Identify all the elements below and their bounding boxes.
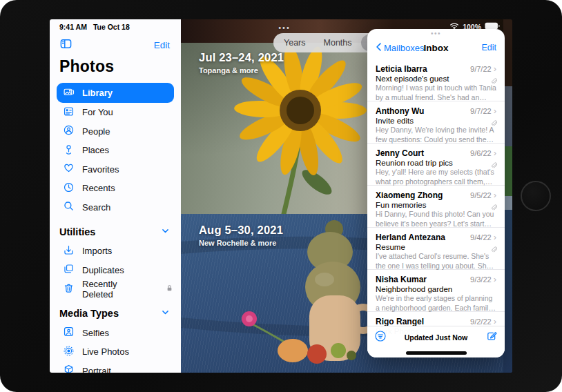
photos-sidebar: 9:41 AM Tue Oct 18 Edit Photos [50, 19, 181, 373]
email-subject: Fun memories [376, 201, 496, 209]
email-preview: Hey, y'all! Here are my selects (that's … [376, 168, 496, 186]
mailboxes-back-button[interactable]: Mailboxes [376, 42, 425, 54]
imports-icon [63, 244, 75, 258]
email-preview: We're in the early stages of planning a … [376, 294, 496, 313]
mail-edit-button[interactable]: Edit [481, 43, 496, 52]
photos-edit-button[interactable]: Edit [154, 40, 170, 50]
status-bar-left: 9:41 AM Tue Oct 18 [50, 19, 181, 31]
sidebar-item-label: Selfies [82, 328, 109, 338]
tab-months[interactable]: Months [315, 35, 361, 51]
sidebar-item-duplicates[interactable]: Duplicates [50, 261, 181, 280]
status-time: 9:41 AM [59, 23, 87, 31]
email-preview: Hey Danny, We're loving the invite! A fe… [376, 126, 496, 144]
screen: 9:41 AM Tue Oct 18 Edit Photos [50, 19, 512, 373]
sidebar-item-imports[interactable]: Imports [50, 242, 181, 261]
sidebar-toggle-icon[interactable] [59, 37, 72, 53]
email-sender: Nisha Kumar [376, 275, 470, 284]
trash-icon [63, 282, 75, 296]
email-row[interactable]: Herland Antezana9/4/22› Resume I've atta… [367, 228, 505, 270]
email-list: Leticia Ibarra9/7/22› Next episode's gue… [367, 59, 505, 357]
paperclip-icon [490, 244, 497, 256]
portrait-icon [63, 364, 75, 373]
sidebar-item-label: People [82, 126, 110, 137]
sidebar-item-recents[interactable]: Recents [50, 179, 181, 198]
section-header-utilities[interactable]: Utilities [50, 222, 181, 242]
mail-bottom-area [367, 349, 505, 357]
section-caption: Jul 23–24, 2021 Topanga & more [199, 51, 284, 75]
email-preview: Hi Danny, Found this photo! Can you beli… [376, 210, 496, 228]
sidebar-item-label: Imports [82, 246, 112, 256]
duplicates-icon [63, 263, 75, 277]
tab-years[interactable]: Years [275, 35, 315, 51]
email-row[interactable]: Jenny Court9/6/22› Reunion road trip pic… [367, 144, 505, 186]
sidebar-item-label: Recents [82, 183, 115, 193]
mail-drag-handle[interactable]: ••• [367, 29, 505, 38]
chevron-down-icon[interactable] [161, 308, 170, 319]
compose-icon[interactable] [485, 330, 498, 345]
mail-status-text: Updated Just Now [387, 333, 485, 342]
sidebar-item-label: Duplicates [82, 265, 124, 275]
section-location: Topanga & more [199, 66, 284, 75]
sidebar-item-places[interactable]: Places [50, 141, 181, 160]
favorites-icon [63, 162, 75, 176]
people-icon [63, 124, 75, 138]
library-icon [63, 86, 75, 100]
section-header-media-types[interactable]: Media Types [50, 304, 181, 324]
ipad-device: 9:41 AM Tue Oct 18 Edit Photos [0, 0, 562, 392]
lock-icon [165, 284, 174, 295]
email-row[interactable]: Anthony Wu9/7/22› Invite edits Hey Danny… [367, 101, 505, 144]
filter-icon[interactable] [374, 330, 387, 345]
live-photos-icon [63, 345, 75, 359]
chevron-right-icon: › [494, 148, 496, 157]
email-date: 9/4/22 [470, 233, 492, 242]
email-sender: Leticia Ibarra [376, 64, 470, 74]
sidebar-item-label: Live Photos [82, 346, 129, 357]
sidebar-item-live-photos[interactable]: Live Photos [50, 342, 181, 362]
ipad-frame: 9:41 AM Tue Oct 18 Edit Photos [0, 0, 562, 392]
sidebar-item-people[interactable]: People [50, 122, 181, 141]
email-sender: Rigo Rangel [376, 317, 470, 326]
mailbox-title: Inbox [424, 43, 449, 53]
status-date: Tue Oct 18 [93, 23, 130, 31]
sidebar-item-recently-deleted[interactable]: Recently Deleted [50, 280, 181, 299]
slideover-resize-handle[interactable] [406, 351, 467, 355]
sidebar-item-label: Places [82, 145, 109, 155]
email-date: 9/3/22 [470, 275, 492, 284]
chevron-down-icon[interactable] [161, 226, 170, 237]
sidebar-item-favorites[interactable]: Favorites [50, 160, 181, 179]
chevron-right-icon: › [494, 317, 496, 326]
for-you-icon [63, 106, 75, 119]
paperclip-icon [490, 75, 497, 88]
search-icon [63, 200, 75, 214]
email-date: 9/2/22 [470, 317, 492, 326]
app-drag-handle[interactable]: ••• [271, 23, 298, 32]
email-date: 9/7/22 [470, 65, 492, 73]
email-date: 9/6/22 [470, 149, 492, 157]
sidebar-item-portrait[interactable]: Portrait [50, 362, 181, 373]
paperclip-icon [490, 202, 497, 214]
page-title: Photos [50, 52, 181, 83]
email-sender: Xiaomeng Zhong [376, 190, 470, 200]
sidebar-item-selfies[interactable]: Selfies [50, 324, 181, 343]
sidebar-item-label: Search [82, 202, 110, 213]
email-subject: Resume [376, 243, 496, 251]
email-date: 9/7/22 [470, 107, 492, 115]
email-row[interactable]: Xiaomeng Zhong9/5/22› Fun memories Hi Da… [367, 186, 505, 228]
sidebar-item-label: Recently Deleted [82, 279, 150, 300]
sidebar-item-label: Favorites [82, 164, 119, 175]
sidebar-item-for-you[interactable]: For You [50, 103, 181, 122]
paperclip-icon [490, 117, 497, 130]
email-preview: I've attached Carol's resume. She's the … [376, 252, 496, 271]
email-row[interactable]: Nisha Kumar9/3/22› Neighborhood garden W… [367, 270, 505, 312]
places-icon [63, 144, 75, 157]
email-sender: Jenny Court [376, 148, 470, 158]
email-row[interactable]: Leticia Ibarra9/7/22› Next episode's gue… [367, 59, 505, 101]
selfies-icon [63, 326, 75, 340]
mail-toolbar: Updated Just Now [367, 326, 505, 349]
recents-icon [63, 182, 75, 195]
sidebar-item-library[interactable]: Library [57, 83, 174, 103]
home-button[interactable] [521, 181, 551, 211]
email-subject: Invite edits [376, 117, 496, 125]
sidebar-item-search[interactable]: Search [50, 198, 181, 217]
chevron-right-icon: › [494, 190, 496, 199]
